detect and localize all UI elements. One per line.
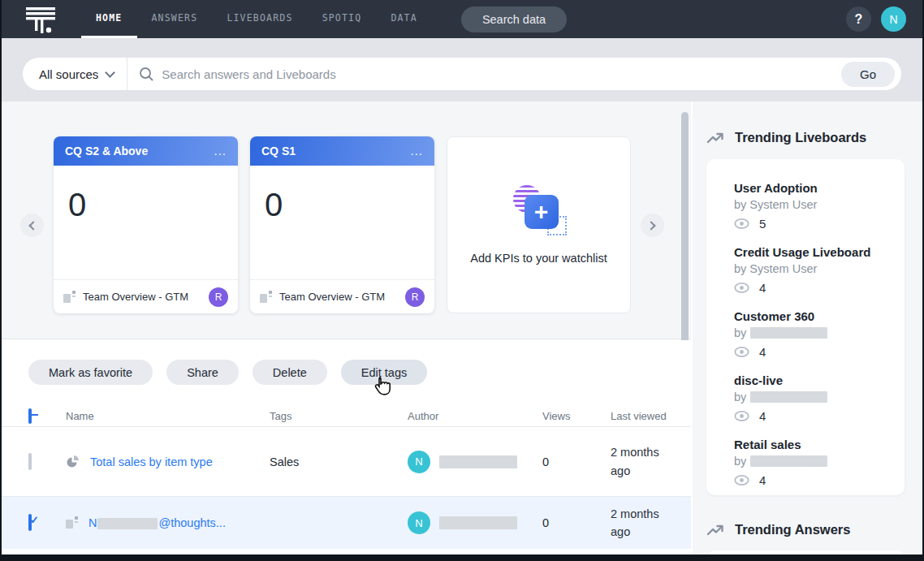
author-cell: N bbox=[408, 451, 542, 473]
eye-icon bbox=[734, 411, 749, 421]
column-header-views[interactable]: Views bbox=[542, 410, 611, 422]
trending-item: Customer 360 by 4 bbox=[734, 309, 905, 359]
edit-tags-button[interactable]: Edit tags bbox=[341, 360, 427, 385]
row-checkbox-checked[interactable] bbox=[28, 514, 32, 531]
mark-favorite-button[interactable]: Mark as favorite bbox=[28, 360, 153, 385]
tab-home[interactable]: HOME bbox=[81, 0, 137, 38]
more-menu-icon[interactable]: ... bbox=[214, 147, 227, 155]
trending-answers-header: Trending Answers bbox=[706, 522, 850, 537]
eye-icon bbox=[734, 347, 749, 357]
redacted-author-name bbox=[439, 455, 517, 468]
tab-spotiq[interactable]: SPOTIQ bbox=[308, 0, 377, 38]
go-button[interactable]: Go bbox=[841, 62, 895, 87]
thoughtspot-logo-icon[interactable] bbox=[23, 5, 60, 34]
chevron-right-icon bbox=[646, 221, 655, 230]
share-button[interactable]: Share bbox=[166, 360, 239, 385]
kpi-watchlist-section: CQ S2 & Above ... 0 Team Overview - GTM … bbox=[2, 101, 691, 339]
trending-sidebar: Trending Liveboards User Adoption by Sys… bbox=[693, 101, 922, 555]
pie-chart-icon bbox=[66, 455, 80, 468]
more-menu-icon[interactable]: ... bbox=[410, 147, 423, 155]
tab-answers[interactable]: ANSWERS bbox=[137, 0, 213, 38]
search-input[interactable] bbox=[162, 67, 841, 81]
view-count: 5 bbox=[759, 217, 766, 231]
content-list-section: Mark as favorite Share Delete Edit tags … bbox=[2, 340, 691, 555]
trending-up-icon bbox=[706, 524, 724, 537]
view-count: 4 bbox=[759, 345, 766, 359]
tab-liveboards[interactable]: LIVEBOARDS bbox=[212, 0, 307, 38]
kpi-card-cq-s1[interactable]: CQ S1 ... 0 Team Overview - GTM R bbox=[250, 136, 434, 313]
chevron-down-icon bbox=[105, 67, 115, 78]
redacted-name-segment bbox=[97, 518, 158, 529]
trending-item-title[interactable]: Credit Usage Liveboard bbox=[734, 245, 905, 259]
trending-liveboards-header: Trending Liveboards bbox=[706, 130, 866, 145]
app-window: HOME ANSWERS LIVEBOARDS SPOTIQ DATA Sear… bbox=[0, 0, 924, 561]
trending-item-title[interactable]: Retail sales bbox=[734, 438, 905, 451]
trending-item: disc-live by 4 bbox=[734, 373, 905, 423]
select-all-checkbox[interactable] bbox=[28, 408, 32, 424]
liveboard-icon bbox=[260, 291, 272, 303]
kpi-value: 0 bbox=[265, 187, 434, 223]
add-kpi-card[interactable]: + Add KPIs to your watchlist bbox=[447, 136, 631, 313]
redacted-author-name bbox=[439, 516, 517, 529]
author-avatar: R bbox=[405, 287, 425, 307]
view-count: 4 bbox=[759, 409, 766, 423]
eye-icon bbox=[734, 475, 749, 485]
trending-item-title[interactable]: Customer 360 bbox=[734, 309, 905, 323]
user-avatar[interactable]: N bbox=[881, 6, 906, 32]
liveboard-icon bbox=[63, 291, 76, 303]
view-count: 4 bbox=[759, 473, 766, 487]
trending-item-title[interactable]: User Adoption bbox=[734, 181, 905, 195]
row-checkbox[interactable] bbox=[28, 453, 32, 470]
table-row[interactable]: Total sales by item type Sales N 0 2 mon… bbox=[2, 427, 691, 496]
answer-link[interactable]: Total sales by item type bbox=[90, 455, 213, 468]
trending-answers-card bbox=[706, 550, 905, 561]
search-bar: All sources Go bbox=[23, 58, 901, 90]
add-kpi-label: Add KPIs to your watchlist bbox=[470, 252, 607, 265]
help-button[interactable]: ? bbox=[846, 6, 871, 32]
source-selector-label: All sources bbox=[39, 67, 98, 81]
trending-up-icon bbox=[706, 132, 724, 145]
column-header-author[interactable]: Author bbox=[408, 410, 542, 422]
column-header-name[interactable]: Name bbox=[66, 410, 270, 422]
author-avatar: R bbox=[209, 287, 228, 307]
carousel-prev-button[interactable] bbox=[20, 214, 44, 237]
section-title: Trending Answers bbox=[735, 522, 850, 537]
kpi-source-liveboard: Team Overview - GTM bbox=[279, 291, 398, 303]
tags-cell: Sales bbox=[270, 455, 408, 468]
redacted-author-name bbox=[750, 391, 827, 403]
liveboard-link[interactable]: N@thoughts... bbox=[89, 516, 226, 529]
section-title: Trending Liveboards bbox=[735, 130, 866, 145]
eye-icon bbox=[734, 283, 749, 293]
author-avatar: N bbox=[408, 451, 430, 473]
redacted-author-name bbox=[750, 455, 827, 467]
source-selector[interactable]: All sources bbox=[23, 67, 127, 81]
search-icon bbox=[139, 67, 153, 81]
search-section: All sources Go bbox=[2, 38, 922, 101]
carousel-next-button[interactable] bbox=[641, 214, 664, 237]
kpi-card-cq-s2[interactable]: CQ S2 & Above ... 0 Team Overview - GTM … bbox=[54, 136, 238, 313]
column-header-last-viewed[interactable]: Last viewed bbox=[611, 410, 691, 422]
author-cell: N bbox=[408, 511, 542, 534]
delete-button[interactable]: Delete bbox=[253, 360, 327, 385]
kpi-card-title: CQ S2 & Above bbox=[65, 145, 214, 158]
trending-item-title[interactable]: disc-live bbox=[734, 373, 905, 387]
kpi-card-header: CQ S2 & Above ... bbox=[54, 136, 238, 166]
trending-item-author: by System User bbox=[734, 262, 905, 275]
views-cell: 0 bbox=[542, 516, 611, 529]
table-row-selected[interactable]: N@thoughts... N 0 2 months ago bbox=[2, 497, 691, 549]
top-navbar: HOME ANSWERS LIVEBOARDS SPOTIQ DATA Sear… bbox=[2, 0, 922, 38]
liveboard-icon bbox=[66, 516, 78, 529]
kpi-card-footer: Team Overview - GTM R bbox=[54, 279, 238, 313]
tab-data[interactable]: DATA bbox=[376, 0, 432, 38]
kpi-source-liveboard: Team Overview - GTM bbox=[83, 291, 201, 303]
chevron-left-icon bbox=[28, 221, 37, 230]
kpi-card-header: CQ S1 ... bbox=[250, 136, 434, 166]
column-header-tags[interactable]: Tags bbox=[270, 410, 408, 422]
main-nav-tabs: HOME ANSWERS LIVEBOARDS SPOTIQ DATA bbox=[81, 0, 432, 38]
kpi-value: 0 bbox=[68, 187, 238, 223]
search-data-button[interactable]: Search data bbox=[461, 6, 567, 32]
author-avatar: N bbox=[408, 511, 430, 534]
trending-item: Retail sales by 4 bbox=[734, 438, 905, 487]
trending-liveboards-card: User Adoption by System User 5 Credit Us… bbox=[706, 159, 905, 495]
divider bbox=[127, 58, 127, 90]
